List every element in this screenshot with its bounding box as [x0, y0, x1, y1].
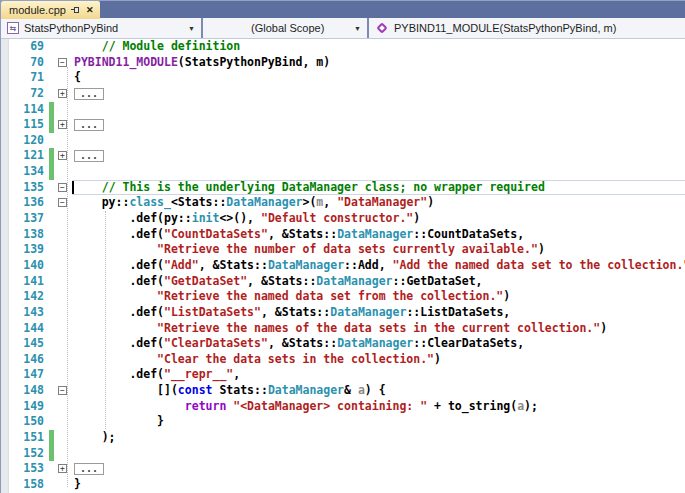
fold-margin	[54, 289, 72, 305]
code-text[interactable]: {	[72, 70, 685, 86]
fold-margin	[54, 336, 72, 352]
fold-margin	[54, 102, 72, 118]
fold-expand-icon[interactable]: +	[58, 151, 67, 160]
code-editor-window: module.cpp ✕ ⇆ StatsPythonPyBind ▼ (Glob…	[0, 0, 685, 493]
code-line: 136− py::class_<Stats::DataManager>(m, "…	[1, 195, 685, 211]
code-text[interactable]: "Retrieve the named data set from the co…	[72, 289, 685, 305]
fold-margin	[54, 305, 72, 321]
indicator-margin	[1, 367, 9, 383]
code-text[interactable]: }	[72, 414, 685, 430]
fold-margin	[54, 227, 72, 243]
code-text[interactable]: }	[72, 477, 685, 493]
collapsed-region[interactable]: ...	[74, 463, 104, 475]
code-text[interactable]: .def("GetDataSet", &Stats::DataManager::…	[72, 274, 685, 290]
project-icon: ⇆	[7, 22, 19, 34]
code-text[interactable]	[72, 133, 685, 149]
tab-module-cpp[interactable]: module.cpp ✕	[1, 1, 100, 19]
fold-collapse-icon[interactable]: −	[58, 58, 67, 67]
collapsed-region[interactable]: ...	[74, 150, 104, 162]
collapsed-region[interactable]: ...	[74, 88, 104, 100]
line-number: 121	[9, 148, 49, 164]
line-number: 148	[9, 383, 49, 399]
code-text[interactable]: return "<DataManager> containing: " + to…	[72, 399, 685, 415]
code-text[interactable]: ...	[72, 117, 685, 133]
code-text[interactable]: py::class_<Stats::DataManager>(m, "DataM…	[72, 195, 685, 211]
code-line: 71{	[1, 70, 685, 86]
code-line: 144 "Retrieve the names of the data sets…	[1, 321, 685, 337]
code-text[interactable]: ...	[72, 86, 685, 102]
code-text[interactable]: .def("CountDataSets", &Stats::DataManage…	[72, 227, 685, 243]
code-line: 150 }	[1, 414, 685, 430]
fold-margin	[54, 321, 72, 337]
close-icon[interactable]: ✕	[86, 6, 94, 15]
code-line: 120	[1, 133, 685, 149]
indicator-margin	[1, 180, 9, 196]
code-text[interactable]: );	[72, 430, 685, 446]
code-text[interactable]: [](const Stats::DataManager& a) {	[72, 383, 685, 399]
code-text[interactable]: .def("Add", &Stats::DataManager::Add, "A…	[72, 258, 685, 274]
fold-collapse-icon[interactable]: −	[58, 183, 67, 192]
fold-margin	[54, 242, 72, 258]
code-line: 147 .def("__repr__",	[1, 367, 685, 383]
code-text[interactable]	[72, 164, 685, 180]
indicator-margin	[1, 352, 9, 368]
code-text[interactable]: "Retrieve the number of data sets curren…	[72, 242, 685, 258]
code-text[interactable]: PYBIND11_MODULE(StatsPythonPyBind, m)	[72, 55, 685, 71]
indicator-margin	[1, 70, 9, 86]
collapsed-region[interactable]: ...	[74, 119, 104, 131]
code-line: 121+...	[1, 148, 685, 164]
code-line: 149 return "<DataManager> containing: " …	[1, 399, 685, 415]
code-text[interactable]: "Retrieve the names of the data sets in …	[72, 321, 685, 337]
fold-collapse-icon[interactable]: −	[58, 198, 67, 207]
chevron-down-icon: ▼	[188, 25, 195, 32]
fold-margin	[54, 352, 72, 368]
fold-margin: +	[54, 117, 72, 133]
line-number: 145	[9, 336, 49, 352]
pin-icon[interactable]	[71, 6, 81, 15]
line-number: 115	[9, 117, 49, 133]
indicator-margin	[1, 414, 9, 430]
indicator-margin	[1, 148, 9, 164]
indicator-margin	[1, 55, 9, 71]
fold-expand-icon[interactable]: +	[58, 464, 67, 473]
code-line: 158}	[1, 477, 685, 493]
project-dropdown[interactable]: ⇆ StatsPythonPyBind ▼	[1, 18, 201, 38]
line-number: 147	[9, 367, 49, 383]
code-text[interactable]	[72, 446, 685, 462]
tab-strip: module.cpp ✕	[1, 0, 685, 18]
line-number: 141	[9, 274, 49, 290]
indicator-margin	[1, 399, 9, 415]
scope-dropdown[interactable]: (Global Scope) ▼	[203, 18, 367, 38]
line-number: 149	[9, 399, 49, 415]
fold-margin	[54, 39, 72, 55]
member-dropdown[interactable]: PYBIND11_MODULE(StatsPythonPyBind, m)	[369, 18, 685, 38]
code-line: 143 .def("ListDataSets", &Stats::DataMan…	[1, 305, 685, 321]
line-number: 135	[9, 180, 49, 196]
indicator-margin	[1, 258, 9, 274]
code-text[interactable]: // This is the underlying DataManager cl…	[72, 180, 685, 196]
fold-margin	[54, 258, 72, 274]
code-editor-area[interactable]: 69 // Module definition70−PYBIND11_MODUL…	[1, 39, 685, 493]
fold-margin: +	[54, 461, 72, 477]
fold-expand-icon[interactable]: +	[58, 120, 67, 129]
code-text[interactable]: .def("__repr__",	[72, 367, 685, 383]
fold-collapse-icon[interactable]: −	[58, 386, 67, 395]
indicator-margin	[1, 227, 9, 243]
code-text[interactable]: .def("ListDataSets", &Stats::DataManager…	[72, 305, 685, 321]
line-number: 142	[9, 289, 49, 305]
fold-margin	[54, 164, 72, 180]
line-number: 71	[9, 70, 49, 86]
indicator-margin	[1, 336, 9, 352]
code-text[interactable]: .def("ClearDataSets", &Stats::DataManage…	[72, 336, 685, 352]
code-line: 135− // This is the underlying DataManag…	[1, 180, 685, 196]
code-text[interactable]: "Clear the data sets in the collection."…	[72, 352, 685, 368]
indicator-margin	[1, 102, 9, 118]
code-text[interactable]	[72, 102, 685, 118]
code-text[interactable]: ...	[72, 148, 685, 164]
fold-margin	[54, 70, 72, 86]
code-text[interactable]: .def(py::init<>(), "Default constructor.…	[72, 211, 685, 227]
code-text[interactable]: ...	[72, 461, 685, 477]
fold-expand-icon[interactable]: +	[58, 89, 67, 98]
indicator-margin	[1, 211, 9, 227]
code-text[interactable]: // Module definition	[72, 39, 685, 55]
